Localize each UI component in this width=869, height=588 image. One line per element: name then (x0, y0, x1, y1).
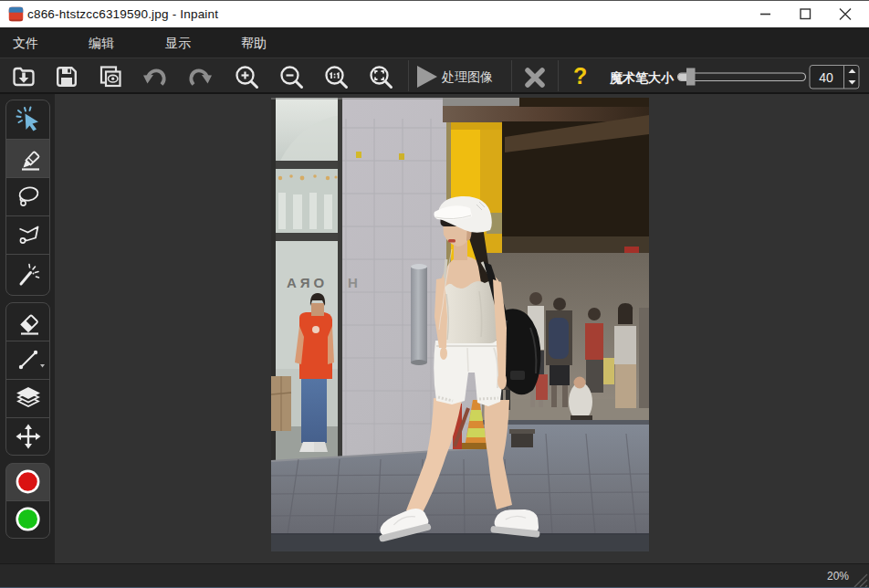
svg-text:H: H (348, 275, 358, 290)
svg-text:AЯO: AЯO (287, 275, 328, 290)
svg-text:40: 40 (819, 70, 833, 85)
